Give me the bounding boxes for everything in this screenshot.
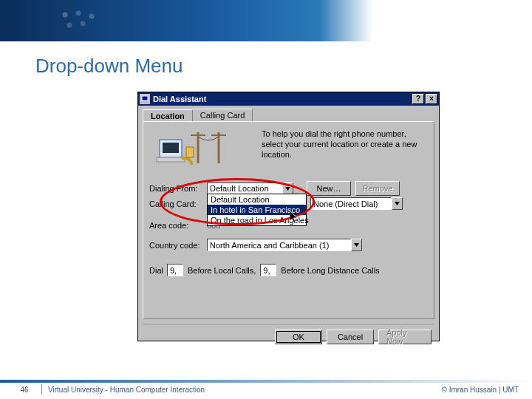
chevron-down-icon[interactable] — [282, 183, 293, 195]
calling-card-value: None (Direct Dial) — [313, 200, 378, 208]
tab-strip: Location Calling Card — [143, 109, 434, 121]
calling-card-label: Calling Card: — [149, 200, 207, 208]
help-text: To help you dial the right phone number,… — [262, 129, 426, 160]
new-button[interactable]: New… — [307, 181, 351, 196]
close-button[interactable]: × — [426, 94, 437, 104]
titlebar[interactable]: Dial Assistant ? × — [138, 92, 439, 106]
svg-rect-0 — [142, 96, 148, 100]
list-item[interactable]: On the road in Los Angeles — [208, 215, 306, 225]
chevron-down-icon[interactable] — [392, 197, 403, 210]
area-code-label: Area code: — [149, 221, 207, 230]
dial-label: Dial — [149, 266, 167, 275]
country-code-label: Country code: — [149, 241, 207, 250]
remove-button: Remove — [355, 181, 400, 196]
tab-calling-card[interactable]: Calling Card — [192, 109, 253, 121]
list-item[interactable]: Default Location — [208, 194, 306, 205]
apply-button: Apply Now — [378, 330, 432, 344]
svg-rect-2 — [163, 143, 179, 153]
slide-banner — [0, 0, 532, 41]
before-long-label: Before Long Distance Calls — [281, 266, 379, 275]
footer-course: Virtual University - Human Computer Inte… — [48, 386, 442, 394]
cancel-button[interactable]: Cancel — [327, 330, 374, 344]
footer-copyright: © Imran Hussain | UMT — [442, 386, 519, 394]
country-code-dropdown[interactable]: North America and Caribbean (1) — [207, 239, 362, 251]
calling-card-dropdown[interactable]: None (Direct Dial) — [310, 197, 403, 210]
dialing-from-value: Default Location — [210, 184, 269, 193]
dialing-from-label: Dialing From: — [149, 184, 207, 193]
list-item[interactable]: In hotel in San Francisco — [208, 205, 306, 215]
dial-assistant-window: Dial Assistant ? × Location Calling Card… — [137, 92, 440, 341]
tab-body: To help you dial the right phone number,… — [143, 121, 434, 319]
slide-footer: 46 Virtual University - Human Computer I… — [0, 380, 532, 399]
tab-location[interactable]: Location — [143, 109, 193, 122]
dialing-from-list[interactable]: Default Location In hotel in San Francis… — [207, 194, 307, 226]
before-local-label: Before Local Calls, — [188, 266, 256, 275]
footer-separator — [41, 384, 42, 395]
local-prefix-input[interactable]: 9, — [167, 264, 183, 276]
slide-title: Drop-down Menu — [35, 55, 532, 78]
decorative-dots — [59, 9, 126, 31]
page-number: 46 — [13, 386, 35, 394]
ok-button[interactable]: OK — [275, 330, 322, 344]
help-button[interactable]: ? — [412, 94, 424, 104]
long-prefix-input[interactable]: 9, — [260, 264, 276, 276]
svg-rect-3 — [157, 157, 185, 162]
phone-illustration — [154, 126, 235, 172]
chevron-down-icon[interactable] — [351, 239, 362, 251]
window-title: Dial Assistant — [153, 95, 411, 103]
svg-rect-8 — [186, 147, 194, 157]
dialing-from-dropdown[interactable]: Default Location — [207, 183, 293, 195]
separator — [143, 324, 434, 325]
system-menu-icon[interactable] — [140, 94, 150, 104]
country-code-value: North America and Caribbean (1) — [210, 241, 329, 250]
